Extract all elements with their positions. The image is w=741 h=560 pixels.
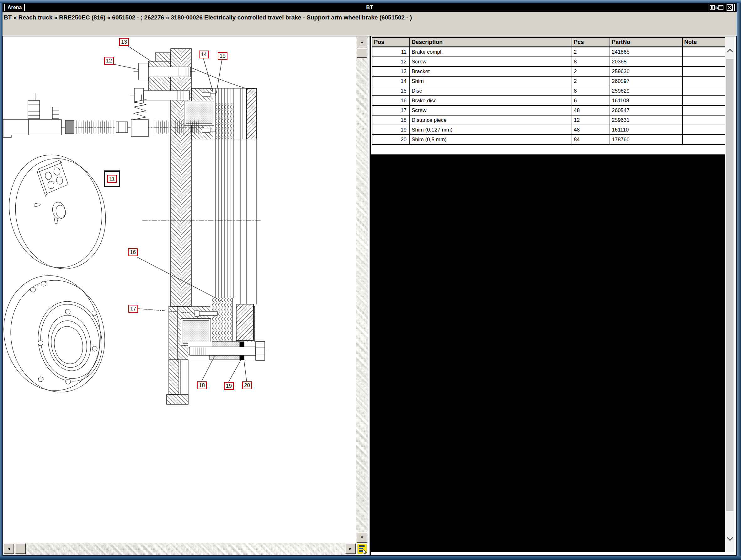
window-glyph xyxy=(719,5,724,10)
cell-part_no: 259631 xyxy=(610,115,682,125)
vertical-scroll-thumb[interactable] xyxy=(357,48,367,58)
table-row-pos-17[interactable]: 17Screw48260547 xyxy=(372,106,728,115)
table-row-pos-13[interactable]: 13Bracket2259630 xyxy=(372,67,728,76)
cell-pos: 17 xyxy=(372,106,410,115)
scroll-down-icon[interactable]: ▼ xyxy=(357,532,367,543)
cell-description: Screw xyxy=(410,106,572,115)
callout-17[interactable]: 17 xyxy=(128,305,138,313)
cell-part_no: 260547 xyxy=(610,106,682,115)
cell-description: Screw xyxy=(410,57,572,67)
cell-part_no: 259630 xyxy=(610,67,682,76)
callout-frame-11[interactable]: 11 xyxy=(104,171,120,187)
scroll-down-icon[interactable] xyxy=(727,535,733,541)
diagram-panel: 13121415111617181920 ▲ ▼ ◄ ► xyxy=(2,36,370,556)
hub-studs xyxy=(30,281,97,384)
cell-pcs: 84 xyxy=(572,135,610,144)
cell-description: Disc xyxy=(410,86,572,96)
window-frame-top xyxy=(0,0,741,3)
table-row-pos-11[interactable]: 11Brake compl.2241865 xyxy=(372,47,728,57)
cell-pcs: 8 xyxy=(572,57,610,67)
cell-note xyxy=(682,125,728,135)
window-frame-bottom xyxy=(0,556,741,560)
cell-description: Shim (0,5 mm) xyxy=(410,135,572,144)
callout-16[interactable]: 16 xyxy=(128,248,138,256)
cell-description: Brake compl. xyxy=(410,47,572,57)
app-label: Arena xyxy=(4,4,25,11)
diagram-canvas[interactable]: 13121415111617181920 xyxy=(3,37,356,543)
svg-viewer-corner-icon[interactable] xyxy=(356,543,368,555)
window-glyph xyxy=(710,5,715,10)
disc-edges xyxy=(215,139,257,304)
table-row-pos-19[interactable]: 19Shim (0,127 mm)48161110 xyxy=(372,125,728,135)
blank-content-area xyxy=(371,154,725,552)
cell-description: Shim xyxy=(410,76,572,86)
column-header-pos: Pos xyxy=(372,37,410,47)
scroll-left-icon[interactable]: ◄ xyxy=(3,543,14,554)
column-header-note: Note xyxy=(682,37,728,47)
window-switch-icon[interactable]: ⇆ xyxy=(710,5,724,10)
breadcrumb[interactable]: BT » Reach truck » RRE250EC (816) » 6051… xyxy=(2,12,737,21)
table-row-pos-15[interactable]: 15Disc8259629 xyxy=(372,86,728,96)
cell-pos: 18 xyxy=(372,115,410,125)
callout-18[interactable]: 18 xyxy=(197,381,207,389)
cell-part_no: 20365 xyxy=(610,57,682,67)
diagram-svg xyxy=(3,37,356,543)
close-icon[interactable] xyxy=(727,4,733,11)
table-row-pos-12[interactable]: 12Screw820365 xyxy=(372,57,728,67)
wheel-hub xyxy=(3,267,114,401)
cell-pos: 19 xyxy=(372,125,410,135)
table-row-pos-20[interactable]: 20Shim (0,5 mm)84178760 xyxy=(372,135,728,144)
cell-pcs: 2 xyxy=(572,47,610,57)
cell-note xyxy=(682,96,728,106)
callout-20[interactable]: 20 xyxy=(242,381,252,389)
cell-pcs: 48 xyxy=(572,106,610,115)
cell-pos: 15 xyxy=(372,86,410,96)
callout-11[interactable]: 11 xyxy=(107,175,117,183)
column-header-partno: PartNo xyxy=(610,37,682,47)
cell-pos: 20 xyxy=(372,135,410,144)
callout-15[interactable]: 15 xyxy=(218,52,227,60)
cell-description: Bracket xyxy=(410,67,572,76)
parts-table: PosDescriptionPcsPartNoNote 11Brake comp… xyxy=(372,37,728,145)
cell-pcs: 8 xyxy=(572,86,610,96)
cell-pos: 14 xyxy=(372,76,410,86)
cell-note xyxy=(682,76,728,86)
cell-part_no: 260597 xyxy=(610,76,682,86)
column-header-description: Description xyxy=(410,37,572,47)
separator xyxy=(734,4,735,11)
cell-pcs: 2 xyxy=(572,76,610,86)
window-frame-left xyxy=(0,3,2,556)
scroll-up-icon[interactable] xyxy=(727,49,733,55)
callout-14[interactable]: 14 xyxy=(199,51,209,58)
cell-note xyxy=(682,135,728,144)
table-row-pos-18[interactable]: 18Distance piece12259631 xyxy=(372,115,728,125)
cell-pcs: 12 xyxy=(572,115,610,125)
cell-note xyxy=(682,86,728,96)
cell-pos: 16 xyxy=(372,96,410,106)
support-arm xyxy=(171,49,257,306)
diagram-horizontal-scrollbar[interactable]: ◄ ► xyxy=(3,543,356,555)
table-row-pos-14[interactable]: 14Shim2260597 xyxy=(372,76,728,86)
callout-19[interactable]: 19 xyxy=(224,382,234,390)
scroll-right-icon[interactable]: ► xyxy=(345,543,356,554)
horizontal-scroll-thumb[interactable] xyxy=(15,543,26,554)
scroll-thumb[interactable] xyxy=(726,59,734,511)
callout-13[interactable]: 13 xyxy=(119,38,129,46)
cell-note xyxy=(682,57,728,67)
cell-part_no: 259629 xyxy=(610,86,682,96)
column-header-pcs: Pcs xyxy=(572,37,610,47)
cell-pos: 12 xyxy=(372,57,410,67)
title-bar: Arena BT ⇆ xyxy=(2,3,737,12)
cell-part_no: 241865 xyxy=(610,47,682,57)
diagram-vertical-scrollbar[interactable]: ▲ ▼ xyxy=(356,37,368,543)
table-row-pos-16[interactable]: 16Brake disc6161108 xyxy=(372,96,728,106)
panel-scrollbar[interactable] xyxy=(725,37,734,552)
window-controls: ⇆ xyxy=(708,4,735,11)
cell-part_no: 161110 xyxy=(610,125,682,135)
callout-12[interactable]: 12 xyxy=(104,57,114,65)
actuator-assembly xyxy=(3,94,148,137)
scroll-up-icon[interactable]: ▲ xyxy=(357,37,367,47)
cell-description: Brake disc xyxy=(410,96,572,106)
cell-note xyxy=(682,67,728,76)
cell-part_no: 161108 xyxy=(610,96,682,106)
